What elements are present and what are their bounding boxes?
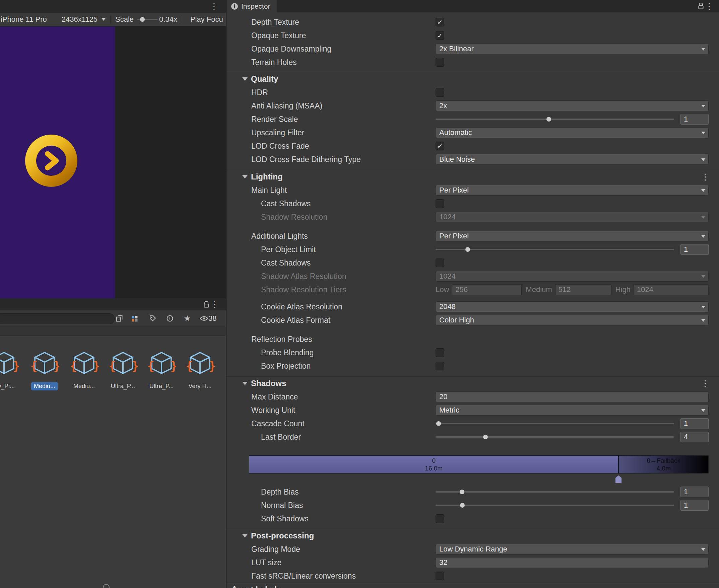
asset-labels-header: Asset Labels xyxy=(231,585,719,588)
hdr-checkbox[interactable] xyxy=(435,88,444,97)
cascade-split-handle[interactable] xyxy=(615,476,621,483)
cascade-count-slider[interactable] xyxy=(435,418,674,429)
fast-srgb-checkbox[interactable] xyxy=(435,572,444,580)
upscaling-filter-dropdown[interactable]: Automatic xyxy=(435,127,708,138)
field-label: Cast Shadows xyxy=(251,258,435,268)
foldout-triangle-icon[interactable] xyxy=(242,175,248,178)
depth-bias-slider[interactable] xyxy=(435,486,674,497)
slider-thumb[interactable] xyxy=(140,17,145,22)
render-pipeline-asset-icon: {} xyxy=(147,349,176,379)
tier-high-field[interactable]: 1024 xyxy=(634,284,708,295)
lock-icon[interactable] xyxy=(203,301,210,308)
field-label: HDR xyxy=(251,88,435,97)
additional-lights-dropdown[interactable]: Per Pixel xyxy=(435,231,708,241)
section-menu-icon[interactable]: ⋮ xyxy=(701,172,710,181)
last-border-slider[interactable] xyxy=(435,432,674,442)
search-input[interactable] xyxy=(0,313,115,324)
asset-item-selected[interactable]: {} Mediu... xyxy=(26,349,63,393)
cookie-atlas-format-dropdown[interactable]: Color High xyxy=(435,315,708,326)
render-scale-value-field[interactable]: 1 xyxy=(680,114,708,125)
game-render-area xyxy=(0,26,115,298)
toolbar-separator xyxy=(182,15,182,23)
open-in-new-window-icon[interactable] xyxy=(116,315,123,322)
slider-thumb[interactable] xyxy=(465,247,470,252)
row-opaque-texture: Opaque Texture ✓ xyxy=(226,29,719,42)
per-object-limit-slider[interactable] xyxy=(435,244,674,255)
tier-low-field[interactable]: 256 xyxy=(452,284,522,295)
asset-item[interactable]: {} Ultra_P... xyxy=(143,349,180,393)
eye-visibility-icon[interactable] xyxy=(200,316,208,321)
soft-shadows-checkbox[interactable] xyxy=(435,514,444,523)
depth-texture-checkbox[interactable]: ✓ xyxy=(435,18,444,26)
scale-slider[interactable] xyxy=(137,15,158,24)
field-label: Depth Bias xyxy=(251,487,435,497)
opaque-texture-checkbox[interactable]: ✓ xyxy=(435,31,444,40)
lod-cross-fade-checkbox[interactable]: ✓ xyxy=(435,142,444,150)
slider-thumb[interactable] xyxy=(483,435,488,439)
working-unit-dropdown[interactable]: Metric xyxy=(435,405,708,416)
field-label: Upscaling Filter xyxy=(251,128,435,137)
hidden-packages-icon[interactable] xyxy=(166,315,173,322)
svg-text:{: { xyxy=(186,359,193,373)
row-lod-cross-fade: LOD Cross Fade ✓ xyxy=(226,139,719,153)
cascade-0-region[interactable]: 0 16.0m xyxy=(249,456,618,473)
field-label: Opaque Downsampling xyxy=(251,44,435,54)
foldout-triangle-icon[interactable] xyxy=(242,77,248,81)
game-view-toolbar: iPhone 11 Pro 2436x1125 Scale 0.34x Play… xyxy=(0,13,226,26)
last-border-value-field[interactable]: 4 xyxy=(680,432,708,442)
foldout-triangle-icon[interactable] xyxy=(242,382,248,385)
slider-thumb[interactable] xyxy=(436,421,441,426)
svg-text:}: } xyxy=(170,359,176,373)
asset-item[interactable]: {} Mediu... xyxy=(65,349,103,393)
cookie-atlas-resolution-dropdown[interactable]: 2048 xyxy=(435,301,708,312)
project-menu-icon[interactable]: ⋮ xyxy=(210,300,219,309)
cascade-count-value-field[interactable]: 1 xyxy=(680,418,708,429)
main-light-dropdown[interactable]: Per Pixel xyxy=(435,185,708,195)
terrain-holes-checkbox[interactable] xyxy=(435,58,444,67)
lut-size-field[interactable]: 32 xyxy=(435,557,708,568)
row-last-border: Last Border 4 xyxy=(226,430,719,444)
asset-item[interactable]: {} ow_Pi... xyxy=(0,349,23,393)
section-menu-icon[interactable]: ⋮ xyxy=(701,379,710,388)
game-view-menu-icon[interactable]: ⋮ xyxy=(210,2,219,10)
field-label: Box Projection xyxy=(251,362,435,371)
dropdown-value: Per Pixel xyxy=(439,186,469,194)
opaque-downsampling-dropdown[interactable]: 2x Bilinear xyxy=(435,44,708,54)
cascade-split-bar[interactable]: 0 16.0m 0→Fallback 4.0m xyxy=(249,456,708,474)
foldout-triangle-icon[interactable] xyxy=(242,534,248,538)
asset-item[interactable]: {} Very H... xyxy=(181,349,219,393)
probe-blending-checkbox[interactable] xyxy=(435,348,444,357)
grading-mode-dropdown[interactable]: Low Dynamic Range xyxy=(435,544,708,554)
search-by-label-icon[interactable] xyxy=(149,315,157,322)
aspect-ratio-dropdown[interactable]: iPhone 11 Pro 2436x1125 xyxy=(1,15,105,24)
msaa-dropdown[interactable]: 2x xyxy=(435,101,708,111)
normal-bias-slider[interactable] xyxy=(435,500,674,511)
field-label: Working Unit xyxy=(251,406,435,415)
render-scale-slider[interactable] xyxy=(435,114,674,125)
lod-dithering-dropdown[interactable]: Blue Noise xyxy=(435,154,708,165)
row-lut-size: LUT size 32 xyxy=(226,556,719,569)
lock-icon[interactable] xyxy=(698,2,704,10)
field-label: Cookie Atlas Resolution xyxy=(251,302,435,311)
dropdown-value: Automatic xyxy=(439,128,472,137)
normal-bias-value-field[interactable]: 1 xyxy=(680,500,708,511)
depth-bias-value-field[interactable]: 1 xyxy=(680,486,708,497)
per-object-limit-value-field[interactable]: 1 xyxy=(680,244,708,255)
max-distance-field[interactable]: 20 xyxy=(435,392,708,402)
main-cast-shadows-checkbox[interactable] xyxy=(435,199,444,208)
slider-thumb[interactable] xyxy=(547,117,551,122)
tier-high-label: High xyxy=(615,285,631,294)
additional-cast-shadows-checkbox[interactable] xyxy=(435,258,444,267)
search-by-type-icon[interactable] xyxy=(131,315,138,322)
slider-thumb[interactable] xyxy=(460,489,464,494)
tier-medium-field[interactable]: 512 xyxy=(555,284,612,295)
inspector-menu-icon[interactable]: ⋮ xyxy=(705,2,714,10)
svg-text:}: } xyxy=(132,359,138,373)
box-projection-checkbox[interactable] xyxy=(435,362,444,370)
favorites-star-icon[interactable]: ★ xyxy=(184,314,191,322)
asset-item[interactable]: {} Ultra_P... xyxy=(104,349,142,393)
play-focused-button[interactable]: Play Focu xyxy=(190,15,223,24)
cascade-fallback-region[interactable]: 0→Fallback 4.0m xyxy=(618,456,708,473)
tab-inspector[interactable]: i Inspector xyxy=(226,0,277,13)
slider-thumb[interactable] xyxy=(460,503,465,508)
